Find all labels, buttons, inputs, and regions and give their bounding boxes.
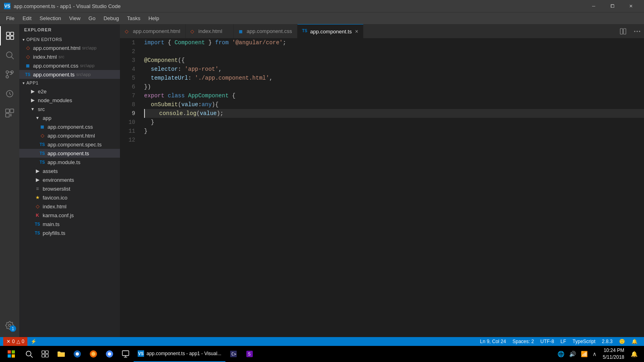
svg-rect-0 bbox=[6, 32, 10, 35]
line-num: 3 bbox=[120, 56, 135, 65]
menu-view[interactable]: View bbox=[65, 14, 85, 23]
task-view[interactable] bbox=[37, 346, 53, 362]
activity-explorer[interactable] bbox=[0, 26, 19, 45]
notifications-icon[interactable]: 🔔 bbox=[629, 351, 639, 357]
tab-app-component-html[interactable]: ◇ app.component.html bbox=[120, 24, 186, 38]
tree-app[interactable]: ▾ app bbox=[19, 113, 120, 122]
editor-area: ◇ app.component.html ◇ index.html ◼ app.… bbox=[120, 24, 644, 337]
activity-search[interactable] bbox=[0, 45, 19, 65]
section-app1[interactable]: ▾ APP1 bbox=[19, 79, 120, 87]
cmd-taskbar[interactable]: C> bbox=[225, 346, 242, 362]
menu-tasks[interactable]: Tasks bbox=[123, 14, 144, 23]
chevron-up-icon[interactable]: ∧ bbox=[591, 351, 598, 357]
wifi-icon[interactable]: 📶 bbox=[579, 351, 589, 357]
status-lightning[interactable]: ⚡ bbox=[27, 337, 40, 346]
favicon-icon: ★ bbox=[34, 194, 41, 201]
network-sys-icon[interactable]: 🌐 bbox=[556, 351, 566, 357]
tab-close-button[interactable]: × bbox=[355, 28, 358, 35]
tab-app-component-ts[interactable]: TS app.component.ts × bbox=[297, 24, 364, 38]
open-file-app-component-css[interactable]: ◼ app.component.css src\app bbox=[19, 61, 120, 70]
network-icon-taskbar[interactable] bbox=[118, 346, 134, 362]
status-language[interactable]: TypeScript bbox=[570, 337, 599, 346]
tree-favicon[interactable]: ★ favicon.ico bbox=[19, 193, 120, 202]
menu-edit[interactable]: Edit bbox=[19, 14, 35, 23]
menu-debug[interactable]: Debug bbox=[99, 14, 123, 23]
html-file-icon: ◇ bbox=[34, 203, 41, 210]
tab-label: app.component.ts bbox=[310, 29, 352, 35]
status-spaces[interactable]: Spaces: 2 bbox=[509, 337, 537, 346]
activity-settings[interactable]: 1 bbox=[0, 316, 19, 335]
menu-go[interactable]: Go bbox=[85, 14, 99, 23]
status-smiley[interactable]: 🙂 bbox=[616, 337, 628, 346]
open-file-index-html[interactable]: ◇ index.html src bbox=[19, 52, 120, 61]
tree-e2e[interactable]: ▶ e2e bbox=[19, 87, 120, 96]
tab-index-html[interactable]: ◇ index.html bbox=[186, 24, 234, 38]
open-file-app-component-html[interactable]: ◇ app.component.html src\app bbox=[19, 43, 120, 52]
tree-browserslist[interactable]: ≡ browserslist bbox=[19, 184, 120, 193]
chevron-down-icon: ▾ bbox=[29, 105, 36, 113]
status-errors[interactable]: ✕ 0 △ 0 bbox=[3, 337, 27, 346]
vscode-app-label: app.component.ts - app1 - Visual... bbox=[147, 351, 221, 356]
code-editor[interactable]: 1 2 3 4 5 6 7 8 9 10 11 12 import { Comp… bbox=[120, 38, 644, 337]
firefox-taskbar[interactable] bbox=[85, 346, 101, 362]
tree-assets[interactable]: ▶ assets bbox=[19, 167, 120, 175]
ts-file-icon: TS bbox=[39, 158, 46, 166]
svg-point-6 bbox=[6, 71, 8, 73]
tree-environments[interactable]: ▶ environments bbox=[19, 175, 120, 184]
tree-node-modules[interactable]: ▶ node_modules bbox=[19, 96, 120, 105]
html-icon: ◇ bbox=[24, 44, 31, 51]
more-actions-button[interactable] bbox=[630, 24, 644, 38]
chrome-taskbar[interactable] bbox=[101, 346, 118, 362]
tree-index-html[interactable]: ◇ index.html bbox=[19, 202, 120, 211]
clock-time: 10:24 PM bbox=[603, 347, 624, 354]
svg-point-8 bbox=[6, 76, 8, 78]
tree-app-component-spec-ts[interactable]: TS app.component.spec.ts bbox=[19, 140, 120, 149]
search-taskbar[interactable] bbox=[21, 346, 37, 362]
minimize-button[interactable]: ─ bbox=[584, 0, 603, 12]
start-button[interactable] bbox=[2, 346, 21, 362]
status-ts-version[interactable]: 2.8.3 bbox=[599, 337, 616, 346]
extra-app-taskbar[interactable]: S bbox=[242, 346, 258, 362]
status-bell[interactable]: 🔔 bbox=[628, 337, 641, 346]
tab-app-component-css[interactable]: ◼ app.component.css bbox=[234, 24, 297, 38]
tree-app-module-ts[interactable]: TS app.module.ts bbox=[19, 158, 120, 167]
title-bar: VS app.component.ts - app1 - Visual Stud… bbox=[0, 0, 644, 12]
open-file-app-component-ts[interactable]: TS app.component.ts src\app bbox=[19, 70, 120, 79]
tree-main-ts[interactable]: TS main.ts bbox=[19, 220, 120, 228]
chevron-right-icon: ▶ bbox=[34, 167, 41, 175]
activity-extensions[interactable] bbox=[0, 103, 19, 123]
file-explorer-taskbar[interactable] bbox=[53, 346, 69, 362]
tree-polyfills-ts[interactable]: TS polyfills.ts bbox=[19, 228, 120, 237]
tree-app-component-css[interactable]: ◼ app.component.css bbox=[19, 122, 120, 131]
section-label: Open Editors bbox=[27, 37, 62, 42]
split-editor-button[interactable] bbox=[616, 24, 630, 38]
close-button[interactable]: ✕ bbox=[621, 0, 640, 12]
tree-karma-conf[interactable]: K karma.conf.js bbox=[19, 211, 120, 220]
file-tree: ▶ e2e ▶ node_modules ▾ src ▾ app ◼ app.c… bbox=[19, 87, 120, 337]
svg-point-4 bbox=[6, 52, 12, 58]
menu-help[interactable]: Help bbox=[144, 14, 163, 23]
section-open-editors[interactable]: ▾ Open Editors bbox=[19, 35, 120, 43]
code-lines[interactable]: import { Component } from '@angular/core… bbox=[140, 38, 644, 337]
status-eol[interactable]: LF bbox=[557, 337, 570, 346]
svg-rect-34 bbox=[122, 351, 129, 356]
status-encoding[interactable]: UTF-8 bbox=[537, 337, 557, 346]
browser-taskbar[interactable] bbox=[69, 346, 85, 362]
tree-src[interactable]: ▾ src bbox=[19, 105, 120, 113]
tree-app-component-ts[interactable]: TS app.component.ts bbox=[19, 149, 120, 158]
activity-debug[interactable] bbox=[0, 84, 19, 103]
svg-rect-21 bbox=[12, 354, 15, 358]
status-line-col[interactable]: Ln 9, Col 24 bbox=[477, 337, 509, 346]
maximize-button[interactable]: ⧠ bbox=[603, 0, 621, 12]
tree-app-component-html[interactable]: ◇ app.component.html bbox=[19, 131, 120, 140]
menu-selection[interactable]: Selection bbox=[35, 14, 65, 23]
ts-file-icon: TS bbox=[34, 229, 41, 237]
vscode-taskbar-app[interactable]: VS app.component.ts - app1 - Visual... bbox=[134, 346, 225, 362]
code-line-3: @Component({ bbox=[144, 56, 644, 65]
line-num: 4 bbox=[120, 65, 135, 74]
system-clock[interactable]: 10:24 PM 5/11/2018 bbox=[600, 347, 627, 361]
html-tab-icon: ◇ bbox=[125, 29, 130, 34]
activity-source-control[interactable] bbox=[0, 65, 19, 84]
menu-file[interactable]: File bbox=[2, 14, 19, 23]
volume-icon[interactable]: 🔊 bbox=[568, 351, 578, 357]
